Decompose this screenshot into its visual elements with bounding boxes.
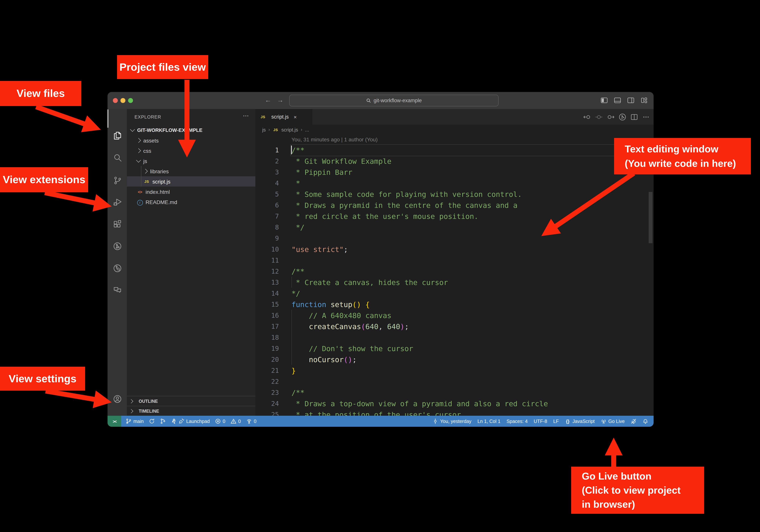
code-line-10[interactable]: 10"use strict"; bbox=[255, 244, 654, 255]
code-text: * Git Workflow Example bbox=[292, 157, 391, 165]
editor-scrollbar[interactable] bbox=[649, 192, 652, 243]
code-line-17[interactable]: 17 createCanvas(640, 640); bbox=[255, 321, 654, 332]
code-line-20[interactable]: 20 noCursor(); bbox=[255, 354, 654, 365]
status-item-language-mode[interactable]: {}JavaScript bbox=[565, 418, 595, 424]
code-line-3[interactable]: 3 * Pippin Barr bbox=[255, 167, 654, 177]
status-item-pipeline[interactable] bbox=[160, 418, 166, 424]
activitybar-item-extensions[interactable] bbox=[113, 219, 122, 229]
layout-sidebar-left-icon[interactable] bbox=[600, 96, 608, 105]
status-item-git-branch[interactable]: main bbox=[126, 418, 144, 424]
line-number: 13 bbox=[255, 278, 279, 286]
status-item-label: Spaces: 4 bbox=[506, 418, 528, 424]
status-item-warnings[interactable]: 0 bbox=[231, 418, 241, 424]
nav-forward-icon[interactable]: → bbox=[277, 97, 283, 104]
code-line-22[interactable]: 22 bbox=[255, 376, 654, 387]
annotation-view-settings: View settings bbox=[0, 367, 85, 391]
status-item-sync[interactable] bbox=[149, 418, 155, 424]
zoom-button[interactable] bbox=[128, 98, 133, 103]
close-button[interactable] bbox=[113, 98, 118, 103]
status-item-errors[interactable]: 0 bbox=[215, 418, 225, 424]
breadcrumb-folder[interactable]: js bbox=[262, 127, 266, 132]
code-area[interactable]: 1/**2 * Git Workflow Example3 * Pippin B… bbox=[255, 144, 654, 420]
breadcrumb-symbol[interactable]: ... bbox=[305, 127, 309, 132]
layout-sidebar-right-icon[interactable] bbox=[627, 96, 635, 105]
code-line-5[interactable]: 5 * Some sample code for playing with ve… bbox=[255, 188, 654, 200]
annotation-text: View files bbox=[17, 87, 65, 100]
code-line-15[interactable]: 15function setup() { bbox=[255, 299, 654, 310]
more-actions-icon[interactable]: ⋯ bbox=[243, 112, 249, 119]
tree-item-libraries[interactable]: libraries bbox=[127, 166, 255, 176]
activitybar-item-source-control[interactable] bbox=[113, 175, 122, 185]
tree-item-script-js[interactable]: JSscript.js bbox=[127, 176, 255, 187]
tree-item-readme-md[interactable]: iREADME.md bbox=[127, 197, 255, 207]
status-item-blame-status[interactable]: You, yesterday bbox=[432, 418, 471, 424]
status-item-encoding[interactable]: UTF-8 bbox=[534, 418, 547, 424]
tree-item-index-html[interactable]: <>index.html bbox=[127, 187, 255, 197]
code-text: * bbox=[292, 179, 300, 187]
status-item-notifications[interactable] bbox=[642, 418, 648, 424]
status-item-cursor-position[interactable]: Ln 1, Col 1 bbox=[477, 418, 500, 424]
split-editor-icon[interactable] bbox=[631, 114, 638, 120]
branch-icon bbox=[126, 418, 131, 424]
status-item-muted[interactable] bbox=[631, 418, 637, 424]
code-text: "use strict"; bbox=[292, 245, 348, 253]
status-item-go-live[interactable]: Go Live bbox=[601, 418, 625, 424]
outline-section[interactable]: OUTLINE bbox=[127, 396, 255, 406]
activitybar-item-gitlens-inspect[interactable] bbox=[113, 263, 122, 273]
code-line-18[interactable]: 18 bbox=[255, 332, 654, 343]
code-line-11[interactable]: 11 bbox=[255, 255, 654, 266]
code-line-23[interactable]: 23/** bbox=[255, 387, 654, 398]
code-line-16[interactable]: 16 // A 640x480 canvas bbox=[255, 310, 654, 321]
code-line-4[interactable]: 4 * bbox=[255, 177, 654, 188]
code-line-9[interactable]: 9 bbox=[255, 232, 654, 244]
accounts-icon bbox=[113, 394, 122, 404]
activitybar-item-search[interactable] bbox=[113, 153, 122, 163]
code-line-2[interactable]: 2 * Git Workflow Example bbox=[255, 155, 654, 167]
activitybar-item-comments[interactable] bbox=[113, 285, 122, 295]
status-item-ports[interactable]: 0 bbox=[246, 418, 257, 424]
more-icon[interactable] bbox=[642, 114, 650, 120]
code-line-13[interactable]: 13 * Create a canvas, hides the cursor bbox=[255, 277, 654, 288]
minimize-button[interactable] bbox=[120, 98, 125, 103]
tree-item-git-workflow-example[interactable]: GIT-WORKFLOW-EXAMPLE bbox=[127, 125, 255, 135]
activitybar-item-explorer[interactable] bbox=[113, 131, 122, 141]
code-line-24[interactable]: 24 * Draws a top-down view of a pyramid … bbox=[255, 398, 654, 409]
golive-icon bbox=[601, 418, 606, 424]
error-icon bbox=[215, 418, 221, 424]
remote-indicator[interactable]: >< bbox=[108, 416, 121, 427]
code-line-12[interactable]: 12/** bbox=[255, 266, 654, 277]
tree-item-css[interactable]: css bbox=[127, 146, 255, 156]
activitybar-item-gitlens[interactable] bbox=[113, 241, 122, 251]
tab-label: script.js bbox=[271, 114, 289, 120]
tab-script-js[interactable]: JS script.js × bbox=[255, 109, 312, 124]
code-line-8[interactable]: 8 */ bbox=[255, 221, 654, 232]
activitybar-item-accounts[interactable] bbox=[113, 394, 122, 404]
breadcrumb-file[interactable]: script.js bbox=[281, 127, 298, 132]
nav-back-icon[interactable]: ← bbox=[265, 97, 271, 104]
code-line-21[interactable]: 21} bbox=[255, 365, 654, 376]
status-item-indentation[interactable]: Spaces: 4 bbox=[506, 418, 528, 424]
chevron-right-icon bbox=[129, 409, 133, 413]
code-line-7[interactable]: 7 * red circle at the user's mouse posit… bbox=[255, 211, 654, 221]
code-line-14[interactable]: 14*/ bbox=[255, 288, 654, 299]
tree-item-js[interactable]: js bbox=[127, 156, 255, 166]
tree-item-assets[interactable]: assets bbox=[127, 135, 255, 146]
activitybar-item-run-debug[interactable] bbox=[113, 197, 122, 207]
line-number: 10 bbox=[255, 245, 279, 253]
code-line-19[interactable]: 19 // Don't show the cursor bbox=[255, 343, 654, 354]
layout-panel-icon[interactable] bbox=[613, 96, 622, 105]
next-change-icon[interactable] bbox=[607, 114, 614, 120]
code-line-6[interactable]: 6 * Draws a pyramid in the centre of the… bbox=[255, 200, 654, 211]
status-item-launchpad[interactable]: Launchpad bbox=[171, 418, 210, 424]
layout-customize-icon[interactable] bbox=[640, 96, 648, 105]
status-item-eol[interactable]: LF bbox=[553, 418, 559, 424]
prev-change-icon[interactable] bbox=[583, 114, 591, 120]
change-icon[interactable] bbox=[595, 114, 603, 120]
code-text: * Some sample code for playing with vers… bbox=[292, 190, 522, 198]
timeline-icon[interactable] bbox=[619, 114, 626, 120]
annotation-text: Go Live button bbox=[582, 469, 651, 483]
timeline-section[interactable]: TIMELINE bbox=[127, 406, 255, 416]
close-tab-icon[interactable]: × bbox=[294, 114, 297, 120]
code-line-1[interactable]: 1/** bbox=[255, 144, 654, 155]
command-center-search[interactable]: git-workflow-example bbox=[289, 95, 499, 106]
